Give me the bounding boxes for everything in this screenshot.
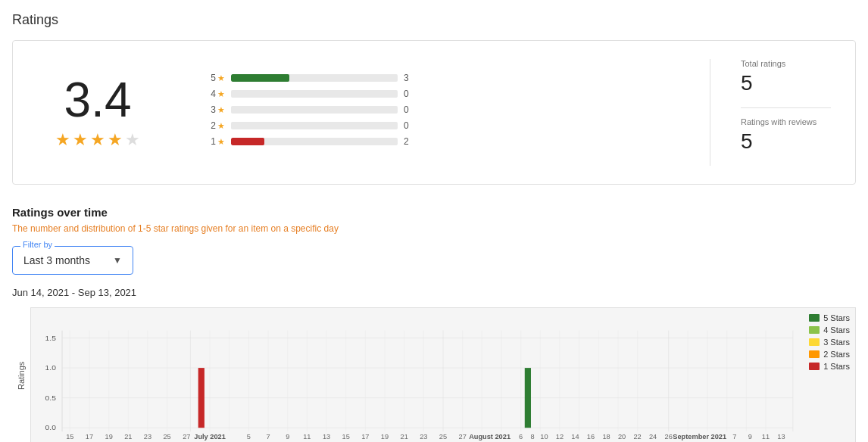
bar-5star-aug10 [525, 368, 531, 428]
bar-label-2: 2 ★ [204, 120, 225, 131]
svg-text:11: 11 [762, 433, 770, 440]
svg-text:27: 27 [459, 433, 467, 440]
bar-track-2 [231, 122, 398, 129]
date-range: Jun 14, 2021 - Sep 13, 2021 [12, 287, 856, 298]
totals-section: Total ratings 5 Ratings with reviews 5 [710, 59, 831, 166]
bars-section: 5 ★ 3 4 ★ 0 3 ★ [158, 73, 710, 152]
bar-fill-5 [231, 74, 289, 82]
bar-row-2: 2 ★ 0 [204, 120, 664, 131]
legend-1star: 1 Stars [809, 362, 850, 371]
bar-1star-july4 [198, 368, 205, 428]
ratings-with-reviews-label: Ratings with reviews [741, 117, 831, 126]
star-2: ★ [73, 130, 88, 150]
svg-text:0.0: 0.0 [45, 423, 57, 431]
filter-label: Filter by [20, 240, 55, 249]
svg-text:26: 26 [665, 433, 673, 440]
svg-text:13: 13 [777, 433, 785, 440]
bar-label-3: 3 ★ [204, 104, 225, 115]
svg-text:27: 27 [183, 433, 190, 440]
total-ratings-item: Total ratings 5 [741, 59, 831, 95]
bar-count-4: 0 [404, 89, 419, 99]
bar-row-5: 5 ★ 3 [204, 73, 664, 83]
svg-text:10: 10 [540, 433, 548, 440]
bar-row-4: 4 ★ 0 [204, 89, 664, 99]
chart-legend: 5 Stars 4 Stars 3 Stars 2 Stars 1 Stars [809, 313, 850, 371]
bar-label-5: 5 ★ [204, 73, 225, 83]
svg-text:24: 24 [649, 433, 657, 440]
svg-text:6: 6 [519, 433, 523, 440]
legend-color-2stars [809, 350, 820, 358]
svg-text:17: 17 [86, 433, 93, 440]
svg-text:22: 22 [633, 433, 641, 440]
page-title: Ratings [12, 12, 856, 28]
over-time-section: Ratings over time The number and distrib… [12, 206, 856, 442]
chart-wrapper: Ratings [12, 307, 856, 442]
section-subtitle: The number and distribution of 1-5 star … [12, 223, 856, 234]
svg-text:16: 16 [587, 433, 595, 440]
svg-text:5: 5 [247, 433, 251, 440]
svg-text:July 2021: July 2021 [194, 433, 226, 440]
svg-text:21: 21 [401, 433, 408, 440]
legend-label-1star: 1 Stars [823, 362, 850, 371]
svg-text:11: 11 [303, 433, 311, 440]
svg-text:21: 21 [124, 433, 132, 440]
svg-text:1.0: 1.0 [45, 363, 57, 372]
filter-value: Last 3 months [23, 254, 107, 266]
svg-text:20: 20 [618, 433, 626, 440]
svg-text:0.5: 0.5 [45, 394, 57, 402]
avg-score: 3.4 [64, 76, 132, 124]
legend-color-1star [809, 363, 820, 370]
bar-track-1 [231, 138, 398, 145]
legend-5stars: 5 Stars [809, 313, 850, 322]
ratings-with-reviews-value: 5 [741, 129, 831, 154]
bar-track-4 [231, 90, 398, 98]
svg-text:8: 8 [530, 433, 534, 440]
svg-text:19: 19 [381, 433, 389, 440]
bar-count-1: 2 [404, 136, 419, 147]
chevron-down-icon: ▼ [113, 255, 122, 266]
bar-count-2: 0 [404, 120, 419, 131]
svg-text:17: 17 [361, 433, 369, 440]
legend-label-4stars: 4 Stars [823, 325, 850, 335]
section-title: Ratings over time [12, 206, 856, 219]
legend-3stars: 3 Stars [809, 338, 850, 347]
svg-text:9: 9 [748, 433, 752, 440]
filter-dropdown[interactable]: Filter by Last 3 months ▼ [12, 246, 133, 275]
svg-text:23: 23 [420, 433, 427, 440]
svg-text:23: 23 [144, 433, 151, 440]
svg-text:15: 15 [342, 433, 350, 440]
legend-color-3stars [809, 338, 820, 346]
avg-score-section: 3.4 ★ ★ ★ ★ ★ [37, 76, 158, 150]
svg-text:14: 14 [571, 433, 579, 440]
y-axis-label: Ratings [12, 307, 30, 442]
ratings-with-reviews-item: Ratings with reviews 5 [741, 117, 831, 154]
star-3: ★ [90, 130, 105, 150]
legend-color-5stars [809, 314, 820, 322]
svg-text:15: 15 [66, 433, 73, 440]
svg-text:7: 7 [266, 433, 270, 440]
bar-track-5 [231, 74, 398, 82]
legend-label-5stars: 5 Stars [823, 313, 850, 322]
total-ratings-value: 5 [741, 71, 831, 95]
star-4: ★ [108, 130, 123, 150]
bar-fill-1 [231, 138, 264, 145]
star-5: ★ [125, 130, 140, 150]
star-1: ★ [55, 130, 70, 150]
bar-row-1: 1 ★ 2 [204, 136, 664, 147]
legend-4stars: 4 Stars [809, 325, 850, 335]
total-ratings-label: Total ratings [741, 59, 831, 68]
svg-text:13: 13 [323, 433, 330, 440]
ratings-chart: 1.5 1.0 0.5 0.0 15 17 19 21 23 25 27 Jul… [30, 307, 856, 442]
bar-label-1: 1 ★ [204, 136, 225, 147]
svg-text:25: 25 [439, 433, 447, 440]
svg-text:September 2021: September 2021 [673, 433, 726, 440]
legend-label-2stars: 2 Stars [823, 350, 850, 359]
svg-text:7: 7 [732, 433, 736, 440]
legend-color-4stars [809, 326, 820, 334]
bar-track-3 [231, 106, 398, 114]
svg-text:9: 9 [286, 433, 289, 440]
svg-text:19: 19 [105, 433, 113, 440]
svg-text:1.5: 1.5 [45, 334, 57, 342]
bar-count-3: 0 [404, 104, 419, 115]
svg-text:18: 18 [602, 433, 610, 440]
